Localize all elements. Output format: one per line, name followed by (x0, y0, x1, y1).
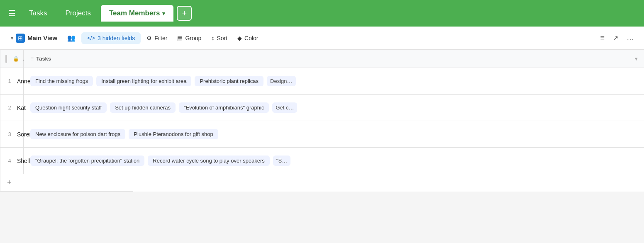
tasks-column-header: ≡ Tasks ▾ (24, 50, 644, 68)
row-4-task-1[interactable]: "Graupel: the forgotten precipitation" s… (30, 156, 144, 166)
row-4-tasks-cell: "Graupel: the forgotten precipitation" s… (24, 148, 644, 174)
tab-dropdown-icon: ▾ (162, 10, 165, 17)
row-3-tasks-cell: New enclosure for poison dart frogs Plus… (24, 121, 644, 148)
people-icon: 👥 (67, 34, 76, 42)
row-2-task-3[interactable]: "Evolution of amphibians" graphic (179, 102, 269, 113)
members-button[interactable]: 👥 (63, 32, 80, 44)
add-tab-button[interactable]: + (177, 6, 192, 21)
list-icon: ≡ (600, 34, 605, 42)
add-row-button[interactable]: + (0, 174, 133, 192)
row-1-task-2[interactable]: Install green lighting for exhibit area (96, 76, 191, 86)
name-column-header: 🔒 A Name ▾ (0, 50, 24, 68)
nav-tab-projects[interactable]: Projects (57, 5, 99, 22)
filter-icon: ⚙ (146, 35, 152, 41)
select-all-checkbox[interactable] (5, 55, 7, 63)
grid-view-icon: ⊞ (16, 34, 25, 43)
row-2-task-overflow[interactable]: Get c… (272, 102, 297, 113)
hidden-fields-icon: </> (87, 35, 95, 41)
row-4-name-cell: 4 Shelly (0, 148, 24, 174)
color-icon: ◆ (237, 35, 242, 41)
sort-button[interactable]: ↕ Sort (207, 32, 232, 44)
sort-icon: ↕ (211, 35, 214, 41)
color-button[interactable]: ◆ Color (233, 32, 262, 44)
row-3-task-1[interactable]: New enclosure for poison dart frogs (30, 129, 125, 139)
top-nav: ☰ Tasks Projects Team Members ▾ + (0, 0, 644, 27)
view-dropdown-toggle[interactable]: ▾ ⊞ Main View (7, 31, 61, 45)
tasks-col-label: Tasks (36, 56, 51, 62)
tasks-col-icon: ≡ (30, 56, 34, 62)
group-icon: ▤ (177, 35, 183, 41)
row-1-task-1[interactable]: Find the missing frogs (30, 76, 93, 86)
export-icon: ↗ (613, 34, 618, 41)
row-3-name-cell: 3 Soren (0, 121, 24, 148)
export-button[interactable]: ↗ (610, 31, 622, 45)
data-table: 🔒 A Name ▾ ≡ Tasks ▾ 1 Anne Find the mis… (0, 50, 644, 192)
view-label: Main View (27, 34, 57, 41)
tasks-col-chevron: ▾ (635, 56, 637, 62)
group-button[interactable]: ▤ Group (173, 32, 205, 44)
more-options-button[interactable]: … (623, 31, 637, 45)
row-3-index: 3 (5, 131, 14, 137)
filter-button[interactable]: ⚙ Filter (142, 32, 171, 44)
hidden-fields-button[interactable]: </> 3 hidden fields (81, 32, 141, 44)
row-4-task-overflow[interactable]: "S… (273, 156, 290, 166)
row-1-task-overflow[interactable]: Design… (267, 76, 295, 86)
add-row-icon: + (7, 178, 12, 187)
more-icon: … (627, 34, 634, 42)
row-4-task-2[interactable]: Record water cycle song to play over spe… (148, 156, 270, 166)
row-2-task-2[interactable]: Set up hidden cameras (110, 102, 176, 113)
chevron-down-icon: ▾ (11, 35, 13, 41)
row-2-index: 2 (5, 104, 14, 111)
row-1-index: 1 (5, 78, 14, 84)
row-2-task-1[interactable]: Question night security staff (30, 102, 107, 113)
row-3-task-2[interactable]: Plushie Pteranodons for gift shop (129, 129, 218, 139)
menu-icon[interactable]: ☰ (5, 5, 19, 22)
row-1-name-cell: 1 Anne (0, 68, 24, 95)
toolbar: ▾ ⊞ Main View 👥 </> 3 hidden fields ⚙ Fi… (0, 27, 644, 50)
row-1-task-3[interactable]: Prehistoric plant replicas (195, 76, 263, 86)
row-2-name-cell: 2 Kat (0, 95, 24, 121)
row-1-tasks-cell: Find the missing frogs Install green lig… (24, 68, 644, 95)
nav-tab-tasks[interactable]: Tasks (21, 5, 55, 22)
lock-icon: 🔒 (13, 56, 19, 62)
row-4-index: 4 (5, 158, 14, 164)
list-view-button[interactable]: ≡ (597, 31, 608, 45)
add-icon: + (182, 9, 187, 18)
nav-tab-team-members[interactable]: Team Members ▾ (101, 5, 174, 22)
row-2-tasks-cell: Question night security staff Set up hid… (24, 95, 644, 121)
